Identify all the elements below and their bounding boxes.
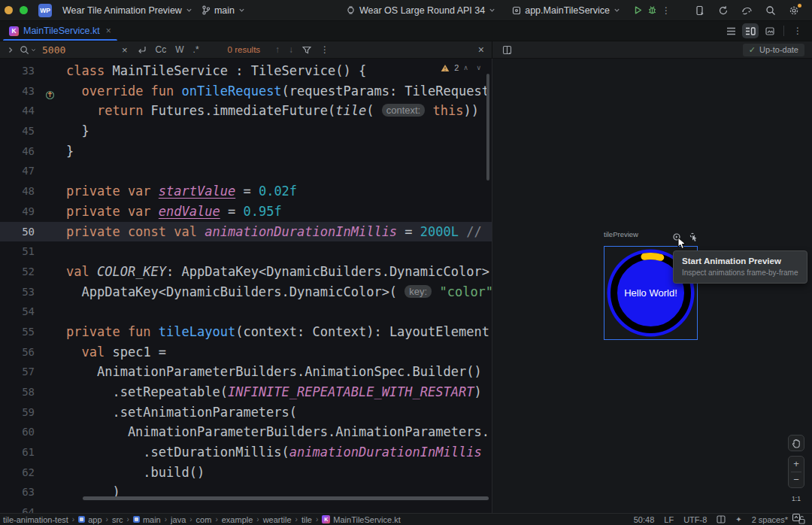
sync-button[interactable] — [716, 3, 731, 18]
maximize-button[interactable] — [20, 6, 28, 14]
vertical-scrollbar[interactable] — [486, 74, 489, 181]
code-line[interactable]: 46} — [0, 141, 492, 162]
code-line[interactable]: 52val COLOR_KEY: AppDataKey<DynamicBuild… — [0, 262, 492, 282]
tab-maintileservice[interactable]: K MainTileService.kt × — [0, 21, 120, 41]
code-text: val spec1 = — [66, 342, 166, 363]
zoom-in-button[interactable]: + — [789, 458, 804, 470]
find-bar: 5000 × Cc W .* 0 results ↑ ↓ ⋮ × — [0, 41, 492, 58]
newline-button[interactable] — [135, 45, 148, 54]
breadcrumb-item[interactable]: tile — [301, 515, 312, 524]
tab-close-button[interactable]: × — [105, 26, 113, 36]
regex-button[interactable]: .* — [192, 45, 201, 54]
zoom-ratio-label[interactable]: 1:1 — [792, 493, 801, 505]
code-line[interactable]: 33class MainTileService : TileService() … — [0, 61, 492, 81]
code-line[interactable]: 51 — [0, 241, 492, 262]
line-number: 50 — [0, 222, 35, 242]
code-line[interactable]: 50private const val animationDurationInM… — [0, 222, 492, 242]
code-line[interactable]: 45 } — [0, 121, 492, 141]
inspection-widget[interactable]: 2 ∧ ∨ — [441, 63, 484, 72]
code-line[interactable]: 61 .setDurationMillis(animationDurationI… — [0, 442, 492, 463]
breadcrumb-item[interactable]: example — [222, 515, 253, 524]
caret-position[interactable]: 50:48 — [634, 515, 655, 524]
code-line[interactable]: 59 .setAnimationParameters( — [0, 402, 492, 423]
breadcrumb-item[interactable]: weartile — [263, 515, 292, 524]
line-ending[interactable]: LF — [664, 515, 674, 524]
design-view-button[interactable] — [762, 23, 778, 38]
gradle-sync-button[interactable] — [739, 3, 755, 18]
more-actions-button[interactable]: ⋮ — [659, 3, 673, 18]
line-number: 59 — [0, 402, 35, 423]
chevron-down-icon — [31, 47, 36, 53]
code-line[interactable]: 64 — [0, 502, 492, 513]
code-line[interactable]: 48private var startValue = 0.02f — [0, 181, 492, 202]
match-case-button[interactable]: Cc — [154, 45, 168, 54]
whole-words-button[interactable]: W — [174, 45, 185, 54]
code-line[interactable]: 54 — [0, 302, 492, 322]
indent-setting[interactable]: 2 spaces* — [752, 515, 788, 524]
breadcrumb-item[interactable]: app — [78, 515, 102, 524]
code-line[interactable]: 47 — [0, 161, 492, 181]
horizontal-scrollbar[interactable] — [83, 496, 489, 500]
pan-hand-icon — [792, 439, 801, 448]
minimize-button[interactable] — [5, 6, 13, 14]
branch-name: main — [214, 5, 235, 16]
breadcrumb-item[interactable]: src — [112, 515, 123, 524]
editor-options-button[interactable]: ⋮ — [789, 23, 806, 38]
code-view-button[interactable] — [723, 23, 739, 38]
code-line[interactable]: 49private var endValue = 0.95f — [0, 202, 492, 222]
code-line[interactable]: 57 AnimationParameterBuilders.AnimationS… — [0, 362, 492, 382]
code-text: return Futures.immediateFuture(tile( con… — [66, 101, 479, 121]
breadcrumb-item[interactable]: tile-animation-test — [3, 515, 68, 524]
device-manager-button[interactable] — [692, 3, 707, 18]
module-icon — [133, 516, 140, 523]
preview-zoom-controls: + − 1:1 — [788, 435, 804, 525]
clear-search-button[interactable]: × — [120, 45, 129, 55]
code-editor[interactable]: 2 ∧ ∨ 33class MainTileService : TileServ… — [0, 59, 492, 513]
settings-button[interactable] — [786, 3, 801, 18]
search-mode[interactable] — [20, 45, 36, 55]
file-encoding[interactable]: UTF-8 — [683, 515, 707, 524]
code-line[interactable]: 55private fun tileLayout(context: Contex… — [0, 322, 492, 342]
run-button[interactable] — [631, 3, 645, 17]
code-line[interactable]: 43 override fun onTileRequest(requestPar… — [0, 81, 492, 102]
module-icon — [78, 516, 85, 523]
code-line[interactable]: 53 AppDataKey<DynamicBuilders.DynamicCol… — [0, 282, 492, 302]
next-occurrence-button[interactable]: ↓ — [287, 45, 295, 54]
code-line[interactable]: 44 return Futures.immediateFuture(tile( … — [0, 101, 492, 121]
split-view-button[interactable] — [742, 23, 759, 38]
zoom-to-fit-button[interactable] — [788, 509, 804, 525]
view-options-button[interactable] — [500, 43, 514, 57]
code-line[interactable]: 60 AnimationParameterBuilders.AnimationP… — [0, 422, 492, 442]
run-configuration[interactable]: app.MainTileService — [508, 3, 625, 18]
debug-button[interactable] — [645, 3, 659, 17]
line-number: 53 — [0, 282, 35, 302]
breadcrumb-item[interactable]: main — [133, 515, 161, 524]
code-line[interactable]: 62 .build() — [0, 463, 492, 483]
pan-tool-button[interactable] — [788, 435, 804, 451]
active-tab-indicator — [3, 39, 117, 41]
ai-spark-icon[interactable]: ✦ — [735, 515, 741, 523]
expand-chevron-icon[interactable] — [8, 47, 14, 53]
search-everywhere-button[interactable] — [763, 3, 778, 18]
code-line[interactable]: 56 val spec1 = — [0, 342, 492, 363]
filter-button[interactable] — [301, 46, 313, 54]
start-interactive-preview-button[interactable] — [688, 232, 698, 243]
code-text: private fun tileLayout(context: Context)… — [66, 322, 489, 342]
device-selector[interactable]: Wear OS Large Round API 34 — [341, 3, 500, 18]
breadcrumb-item[interactable]: com — [196, 515, 212, 524]
breadcrumb-item[interactable]: java — [171, 515, 186, 524]
search-options-button[interactable]: ⋮ — [319, 45, 331, 54]
previous-occurrence-button[interactable]: ↑ — [274, 45, 281, 54]
close-find-bar-button[interactable]: × — [478, 44, 484, 55]
search-input[interactable]: 5000 — [42, 44, 114, 56]
branch-widget[interactable]: main — [197, 3, 250, 18]
inspection-nav-arrows[interactable]: ∧ ∨ — [463, 64, 484, 71]
project-widget[interactable]: Wear Tile Animation Preview — [58, 3, 197, 18]
code-line[interactable]: 58 .setRepeatable(INFINITE_REPEATABLE_WI… — [0, 382, 492, 402]
main-area: 2 ∧ ∨ 33class MainTileService : TileServ… — [0, 59, 812, 513]
breadcrumb-item[interactable]: KMainTileService.kt — [322, 515, 400, 524]
code-text: private var startValue = 0.02f — [66, 181, 297, 202]
zoom-out-button[interactable]: − — [789, 474, 804, 486]
line-number: 54 — [0, 302, 35, 322]
reader-mode-icon[interactable] — [717, 515, 726, 523]
